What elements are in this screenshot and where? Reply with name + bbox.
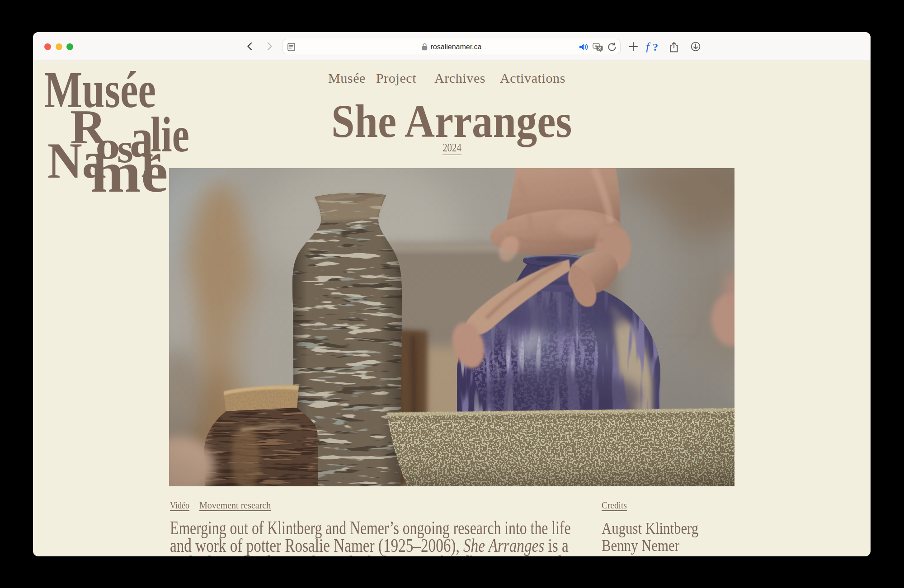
svg-text:?: ?: [653, 42, 658, 52]
svg-text:f: f: [646, 42, 651, 52]
